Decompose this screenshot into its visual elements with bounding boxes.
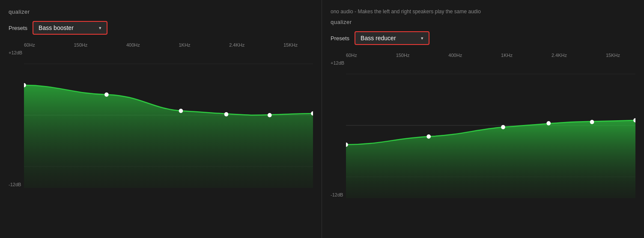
left-preset-dropdown[interactable]: Bass booster ▾ <box>33 21 107 35</box>
svg-point-13 <box>426 134 431 139</box>
left-db-top-label: +12dB <box>9 50 22 55</box>
left-panel: qualizer Presets Bass booster ▾ +12dB -1… <box>0 0 322 238</box>
left-presets-row: Presets Bass booster ▾ <box>9 21 313 35</box>
svg-point-4 <box>104 92 109 97</box>
right-panel: ono audio - Makes the left and right spe… <box>322 0 644 238</box>
right-presets-label: Presets <box>331 35 349 42</box>
right-chart-area: +12dB -12dB <box>331 53 635 215</box>
right-db-top-label: +12dB <box>331 60 344 65</box>
right-section-title: qualizer <box>331 19 635 25</box>
svg-point-7 <box>268 113 272 117</box>
left-preset-value: Bass booster <box>39 24 74 31</box>
right-preset-dropdown[interactable]: Bass reducer ▾ <box>355 31 429 45</box>
right-eq-chart <box>346 53 635 198</box>
right-chevron-down-icon: ▾ <box>421 36 423 41</box>
svg-point-16 <box>590 120 594 124</box>
right-presets-row: Presets Bass reducer ▾ <box>331 31 635 45</box>
svg-point-6 <box>224 112 229 116</box>
svg-point-14 <box>501 125 505 129</box>
left-eq-chart <box>24 42 313 188</box>
left-db-bottom-label: -12dB <box>9 182 21 187</box>
left-presets-label: Presets <box>9 25 27 31</box>
right-mono-note: ono audio - Makes the left and right spe… <box>331 9 635 15</box>
svg-point-15 <box>546 121 551 125</box>
left-chevron-down-icon: ▾ <box>99 25 101 31</box>
right-preset-value: Bass reducer <box>361 35 396 42</box>
left-section-title: qualizer <box>9 9 313 15</box>
svg-point-5 <box>179 109 183 113</box>
left-chart-area: +12dB -12dB <box>9 42 313 205</box>
right-db-bottom-label: -12dB <box>331 192 343 197</box>
